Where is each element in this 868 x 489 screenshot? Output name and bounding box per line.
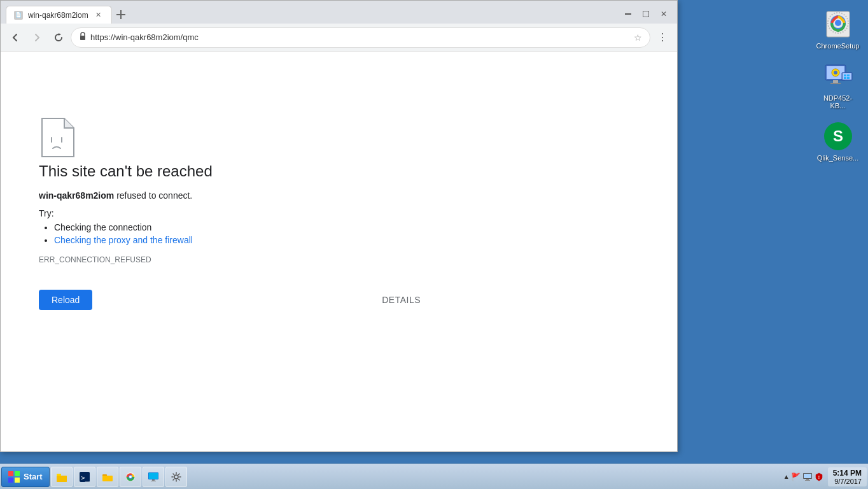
clock-date: 9/7/2017 [833,478,862,485]
forward-button[interactable] [27,28,46,47]
svg-rect-45 [804,474,811,478]
svg-rect-21 [643,11,649,17]
browser-tab[interactable]: 📄 win-qakr68m2iom ✕ [6,6,112,24]
error-subtitle: win-qakr68m2iom refused to connect. [39,190,421,201]
svg-text:>_: >_ [81,474,90,482]
taskbar-item-remote-desktop[interactable] [143,467,164,487]
clock[interactable]: 5:14 PM 9/7/2017 [828,467,867,486]
windows-logo-icon [8,471,20,483]
back-button[interactable] [6,28,25,47]
tray-expand-button[interactable]: ▲ [783,473,790,480]
browser-window: 📄 win-qakr68m2iom ✕ ✕ [0,0,678,452]
svg-rect-27 [8,478,13,483]
svg-point-43 [174,475,178,479]
start-button[interactable]: Start [1,467,50,487]
address-bar[interactable]: https://win-qakr68m2iom/qmc ☆ [71,27,650,48]
details-button[interactable]: DETAILS [382,295,421,305]
ndp452-icon-img [823,61,853,92]
suggestions-list: Checking the connection Checking the pro… [39,222,421,245]
svg-point-2 [835,20,841,26]
folder-icon [102,472,113,482]
taskbar-item-file-explorer[interactable] [51,467,73,487]
suggestion-text-1: Checking the connection [54,222,151,232]
tray-flag-icon[interactable]: 🚩 [791,472,801,482]
svg-rect-20 [625,13,631,15]
svg-rect-22 [80,36,85,40]
close-button[interactable]: ✕ [655,7,672,21]
window-controls: ✕ [620,7,672,21]
svg-rect-19 [116,14,125,15]
svg-rect-31 [57,476,67,482]
tab-close-button[interactable]: ✕ [94,10,104,20]
qliksense-icon-label: Qlik_Sense... [817,154,858,162]
svg-rect-28 [15,478,20,483]
page-content: This site can't be reached win-qakr68m2i… [1,52,677,451]
chromesetup-icon-label: ChromeSetup [816,42,860,50]
chrome-taskbar-icon [125,472,136,482]
svg-text:!: ! [818,475,819,479]
svg-rect-46 [806,479,809,480]
desktop-icons: ChromeSetup [814,6,862,164]
taskbar-item-chrome[interactable] [120,467,141,487]
tab-title: win-qakr68m2iom [28,11,88,20]
ndp452-icon-label: NDP452-KB... [816,94,859,110]
try-label: Try: [39,208,421,218]
svg-rect-9 [830,83,841,84]
bookmark-star-icon[interactable]: ☆ [634,32,642,43]
taskbar-item-settings[interactable] [165,467,187,487]
svg-rect-14 [847,74,850,76]
svg-rect-8 [833,80,838,83]
remote-desktop-icon [148,472,158,482]
svg-rect-26 [15,471,20,476]
desktop-icon-qliksense[interactable]: S Qlik_Sense... [814,118,862,164]
url-text: https://win-qakr68m2iom/qmc [90,32,630,42]
svg-rect-35 [102,476,113,481]
desktop-icon-ndp452[interactable]: NDP452-KB... [814,59,862,112]
svg-rect-13 [844,77,846,79]
svg-rect-15 [847,77,850,79]
tab-favicon-icon: 📄 [14,11,23,20]
minimize-button[interactable] [620,7,636,21]
taskbar-item-powershell[interactable]: >_ [74,467,95,487]
settings-taskbar-icon [171,472,181,482]
tray-display-icon[interactable] [802,472,813,482]
taskbar: Start >_ [0,464,868,489]
svg-point-7 [834,71,837,74]
error-subtitle-rest: refused to connect. [114,190,192,201]
suggestion-checking-proxy[interactable]: Checking the proxy and the firewall [54,235,421,245]
error-hostname: win-qakr68m2iom [39,190,114,201]
clock-time: 5:14 PM [833,469,862,478]
tray-security-icon[interactable]: ! [814,472,824,482]
sad-page-icon [39,115,421,162]
nav-bar: https://win-qakr68m2iom/qmc ☆ ⋮ [1,24,677,52]
svg-rect-25 [8,471,13,476]
desktop-icon-chromesetup[interactable]: ChromeSetup [814,6,862,52]
error-container: This site can't be reached win-qakr68m2i… [39,77,421,310]
error-code: ERR_CONNECTION_REFUSED [39,255,421,264]
checking-proxy-link[interactable]: Checking the proxy and the firewall [54,235,193,245]
chromesetup-icon-img [823,9,853,39]
maximize-button[interactable] [638,7,654,21]
system-tray: ▲ 🚩 ! [781,472,827,482]
svg-rect-29 [57,474,61,476]
powershell-icon: >_ [80,472,90,482]
taskbar-item-folder[interactable] [97,467,118,487]
suggestion-checking-connection: Checking the connection [54,222,421,232]
title-bar: 📄 win-qakr68m2iom ✕ ✕ [1,1,677,24]
svg-point-38 [129,476,132,478]
qliksense-icon-img: S [823,121,853,152]
svg-rect-41 [152,479,155,481]
reload-button[interactable]: Reload [39,290,92,310]
chrome-menu-button[interactable]: ⋮ [653,28,672,47]
error-actions: Reload DETAILS [39,290,421,310]
reload-nav-button[interactable] [49,28,68,47]
lock-icon [79,32,87,43]
start-label: Start [24,472,43,481]
new-tab-button[interactable] [112,6,130,24]
svg-rect-12 [844,74,846,76]
file-explorer-icon [57,472,67,482]
error-title: This site can't be reached [39,162,421,180]
svg-rect-47 [805,480,810,481]
svg-text:S: S [832,127,843,145]
desktop: ChromeSetup [0,0,868,464]
